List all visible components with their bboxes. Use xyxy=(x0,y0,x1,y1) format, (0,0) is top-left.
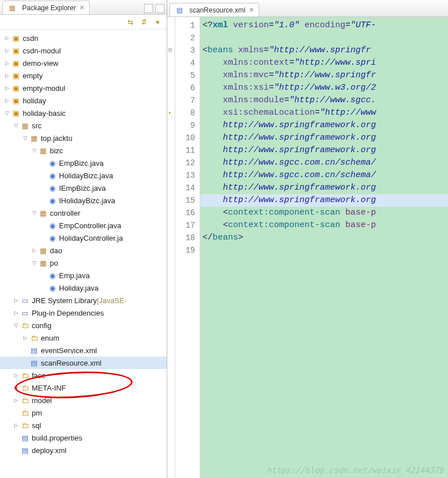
code-line[interactable]: xmlns:context="http://www.spri xyxy=(200,57,448,69)
chevron-down-icon[interactable]: ▽ xyxy=(11,123,20,128)
warn-marker-icon[interactable] xyxy=(167,107,175,119)
code-line[interactable]: xsi:schemaLocation="http://www xyxy=(200,107,448,119)
chevron-right-icon[interactable]: ▷ xyxy=(2,35,11,41)
tree-folder[interactable]: ▷▣csdn-modul xyxy=(0,44,167,57)
tree-label: top.jacktu xyxy=(41,134,73,142)
code-line[interactable] xyxy=(200,244,448,257)
code-line[interactable]: <?xml version="1.0" encoding="UTF- xyxy=(200,19,448,32)
tree-folder[interactable]: ▷▭Plug-in Dependencies xyxy=(0,307,167,319)
code-line[interactable]: http://www.sgcc.com.cn/schema/ xyxy=(200,157,448,169)
tree-folder[interactable]: 🗀pm xyxy=(0,406,167,419)
code-line[interactable]: http://www.springframework.org xyxy=(200,144,448,157)
minimize-button[interactable] xyxy=(144,4,153,13)
editor-tab-label: scanResource.xml xyxy=(189,6,246,14)
chevron-right-icon[interactable]: ▷ xyxy=(11,385,20,391)
package-explorer-tab[interactable]: ▦ Package Explorer ✕ xyxy=(2,1,90,14)
tree-file[interactable]: ▤eventService.xml xyxy=(0,344,167,357)
editor[interactable]: 12345678910111213141516171819 <?xml vers… xyxy=(167,17,448,478)
tree-folder[interactable]: ▽▦bizc xyxy=(0,144,167,157)
chevron-down-icon[interactable]: ▽ xyxy=(29,148,39,153)
chevron-right-icon[interactable]: ▷ xyxy=(2,48,11,53)
tree-folder[interactable]: ▽▣holiday-basic xyxy=(0,107,167,119)
tree-folder[interactable]: ▽🗀config xyxy=(0,319,167,332)
tree-folder[interactable]: ▷🗀face xyxy=(0,369,167,381)
tree-file[interactable]: ◉EmpController.java xyxy=(0,219,167,232)
tree-folder[interactable]: ▽▦controller xyxy=(0,207,167,219)
tree-file[interactable]: ◉Holiday.java xyxy=(0,282,167,294)
chevron-right-icon[interactable]: ▷ xyxy=(2,85,11,91)
chevron-down-icon[interactable]: ▽ xyxy=(20,135,29,141)
code-line[interactable]: http://www.springframework.org xyxy=(200,119,448,132)
view-menu-icon[interactable]: ▾ xyxy=(153,18,162,27)
tree-folder[interactable]: ▷▣empty-modul xyxy=(0,82,167,94)
chevron-right-icon[interactable]: ▷ xyxy=(11,297,20,303)
close-icon[interactable]: ✕ xyxy=(79,4,84,11)
code-line[interactable]: </beans> xyxy=(200,232,448,244)
tree-label: sql xyxy=(32,421,41,430)
code-line[interactable] xyxy=(200,32,448,44)
chevron-down-icon[interactable]: ▽ xyxy=(11,322,20,328)
close-icon[interactable]: ✕ xyxy=(249,6,254,14)
chevron-right-icon[interactable]: ▷ xyxy=(2,60,11,66)
tree-folder[interactable]: ▷🗀META-INF xyxy=(0,381,167,394)
tree-folder[interactable]: ▷🗀model xyxy=(0,394,167,406)
tree-file[interactable]: ◉HolidayController.ja xyxy=(0,232,167,244)
tree-folder[interactable]: ▷▭JRE System Library [JavaSE- xyxy=(0,294,167,307)
line-number: 2 xyxy=(175,32,200,44)
tree-file[interactable]: ◉IHolidayBizc.java xyxy=(0,194,167,207)
chevron-right-icon[interactable]: ▷ xyxy=(29,248,39,253)
code-line[interactable]: xmlns:xsi="http://www.w3.org/2 xyxy=(200,82,448,94)
code-line[interactable]: http://www.springframework.org xyxy=(200,132,448,144)
chevron-down-icon[interactable]: ▽ xyxy=(29,210,39,216)
tree-file[interactable]: ◉Emp.java xyxy=(0,269,167,282)
code-line[interactable]: <context:component-scan base-p xyxy=(200,219,448,232)
chevron-right-icon[interactable]: ▷ xyxy=(11,372,20,378)
pkg-icon: ▦ xyxy=(29,133,39,142)
tree-label: controller xyxy=(50,209,80,217)
line-number: 5 xyxy=(175,69,200,82)
code-line[interactable]: xmlns:module="http://www.sgcc. xyxy=(200,94,448,107)
tree-file[interactable]: ▤scanResource.xml xyxy=(0,357,167,369)
line-number: 10 xyxy=(175,132,200,144)
tree-decoration: [JavaSE- xyxy=(97,296,127,305)
chevron-right-icon[interactable]: ▷ xyxy=(11,397,20,403)
code-line[interactable]: <beans xmlns="http://www.springfr xyxy=(200,44,448,57)
tree-folder[interactable]: ▷🗀sql xyxy=(0,419,167,431)
marker-slot xyxy=(167,194,175,207)
maximize-button[interactable] xyxy=(155,4,164,13)
tree-label: dao xyxy=(50,246,62,255)
tree-folder[interactable]: ▷▣demo-view xyxy=(0,57,167,69)
code-line[interactable]: http://www.springframework.org xyxy=(200,194,448,207)
chevron-right-icon[interactable]: ▷ xyxy=(11,422,20,428)
chevron-down-icon[interactable]: ▽ xyxy=(29,260,39,266)
tree-file[interactable]: ◉EmpBizc.java xyxy=(0,157,167,169)
tree-file[interactable]: ▤build.properties xyxy=(0,431,167,444)
chevron-right-icon[interactable]: ▷ xyxy=(2,73,11,78)
project-tree[interactable]: ▷▣csdn▷▣csdn-modul▷▣demo-view▷▣empty▷▣em… xyxy=(0,30,167,478)
code-line[interactable]: http://www.sgcc.com.cn/schema/ xyxy=(200,169,448,182)
tree-folder[interactable]: ▷▣holiday xyxy=(0,94,167,107)
code-line[interactable]: xmlns:mvc="http://www.springfr xyxy=(200,69,448,82)
fold-marker-icon[interactable] xyxy=(167,44,175,57)
tree-file[interactable]: ◉HolidayBizc.java xyxy=(0,169,167,182)
chevron-right-icon[interactable]: ▷ xyxy=(2,98,11,103)
code-area[interactable]: <?xml version="1.0" encoding="UTF-<beans… xyxy=(200,17,448,478)
link-editor-icon[interactable]: ⇵ xyxy=(140,18,149,27)
tree-file[interactable]: ▤deploy.xml xyxy=(0,444,167,456)
chevron-down-icon[interactable]: ▽ xyxy=(2,110,11,116)
tree-file[interactable]: ◉IEmpBizc.java xyxy=(0,182,167,194)
chevron-right-icon[interactable]: ▷ xyxy=(20,335,29,341)
tree-folder[interactable]: ▷▣empty xyxy=(0,69,167,82)
tree-folder[interactable]: ▷▣csdn xyxy=(0,32,167,44)
tree-folder[interactable]: ▽▦po xyxy=(0,257,167,269)
tree-folder[interactable]: ▽▦src xyxy=(0,119,167,132)
tree-label: Holiday.java xyxy=(59,284,99,292)
chevron-right-icon[interactable]: ▷ xyxy=(11,310,20,316)
code-line[interactable]: <context:component-scan base-p xyxy=(200,207,448,219)
code-line[interactable]: http://www.springframework.org xyxy=(200,182,448,194)
editor-tab[interactable]: ▤ scanResource.xml ✕ xyxy=(170,3,259,16)
tree-folder[interactable]: ▷🗀enum xyxy=(0,332,167,344)
collapse-all-icon[interactable]: ⇆ xyxy=(126,18,135,27)
tree-folder[interactable]: ▷▦dao xyxy=(0,244,167,257)
tree-folder[interactable]: ▽▦top.jacktu xyxy=(0,132,167,144)
